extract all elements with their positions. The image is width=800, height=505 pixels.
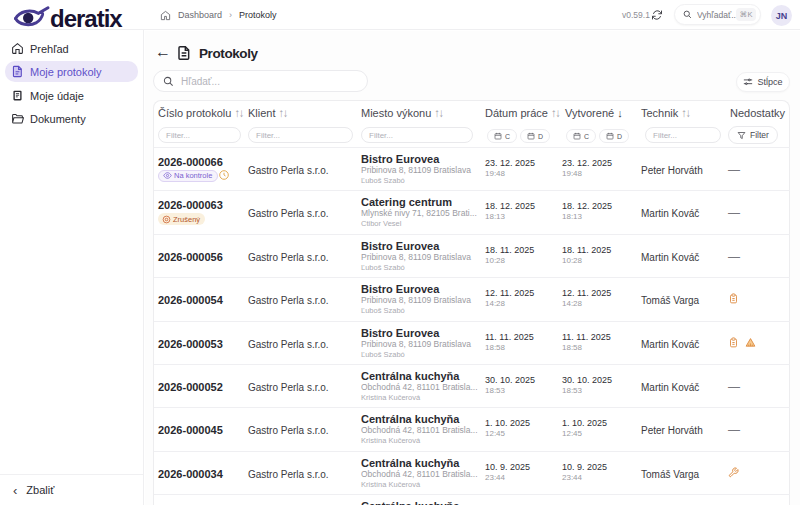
svg-text:deratix: deratix	[50, 5, 123, 32]
